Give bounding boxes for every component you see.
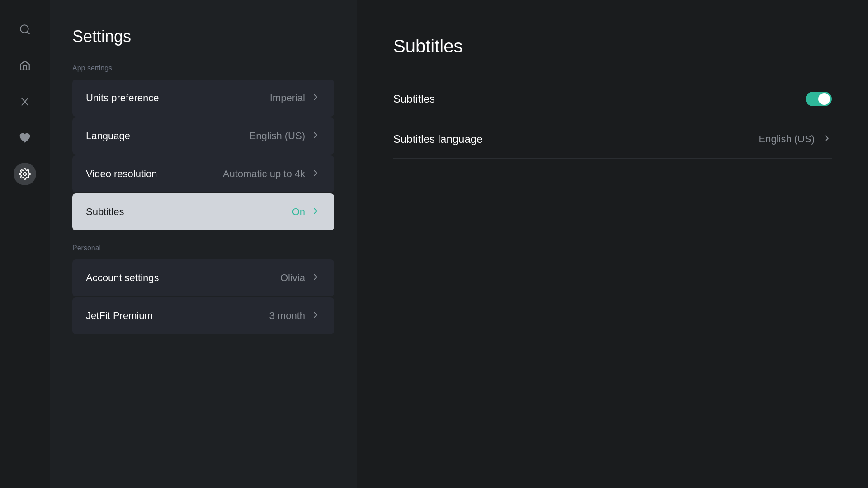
chevron-right-icon-account	[311, 272, 321, 284]
left-panel: Settings App settings Units preference I…	[50, 0, 357, 488]
settings-item-video-resolution[interactable]: Video resolution Automatic up to 4k	[72, 155, 334, 192]
page-title: Settings	[72, 27, 334, 46]
sidebar-item-settings[interactable]	[14, 163, 36, 185]
item-label-account: Account settings	[86, 272, 159, 284]
chevron-right-icon-premium	[311, 310, 321, 322]
right-right-subtitles	[806, 92, 832, 106]
right-right-subtitles-language: English (US)	[759, 133, 832, 145]
item-right-units: Imperial	[270, 92, 321, 104]
right-label-subtitles: Subtitles	[393, 93, 435, 105]
item-right-premium: 3 month	[269, 310, 321, 322]
right-value-subtitles-language: English (US)	[759, 133, 815, 145]
chevron-right-icon-subtitles-language	[822, 133, 832, 145]
svg-point-4	[24, 173, 27, 176]
settings-item-language[interactable]: Language English (US)	[72, 117, 334, 155]
sidebar-item-favorites[interactable]	[14, 127, 36, 149]
chevron-right-icon-video-resolution	[311, 168, 321, 180]
item-label-premium: JetFit Premium	[86, 310, 153, 322]
item-label-language: Language	[86, 130, 130, 142]
item-label-video-resolution: Video resolution	[86, 168, 157, 180]
item-value-language: English (US)	[250, 130, 305, 142]
sidebar-item-search[interactable]	[14, 18, 36, 41]
personal-settings-list: Account settings Olivia JetFit Premium 3…	[72, 259, 334, 334]
right-settings-list: Subtitles Subtitles language English (US…	[393, 79, 832, 159]
app-settings-list: Units preference Imperial Language Engli…	[72, 80, 334, 230]
item-right-video-resolution: Automatic up to 4k	[223, 168, 321, 180]
right-item-subtitles-language[interactable]: Subtitles language English (US)	[393, 120, 832, 159]
settings-item-units[interactable]: Units preference Imperial	[72, 80, 334, 117]
item-label-subtitles: Subtitles	[86, 206, 124, 218]
chevron-right-icon-subtitles	[311, 206, 321, 218]
subtitles-toggle[interactable]	[806, 92, 832, 106]
right-panel-title: Subtitles	[393, 36, 832, 56]
sidebar-item-home[interactable]	[14, 54, 36, 77]
right-label-subtitles-language: Subtitles language	[393, 133, 482, 145]
item-value-units: Imperial	[270, 92, 305, 104]
right-item-subtitles[interactable]: Subtitles	[393, 79, 832, 119]
item-right-subtitles: On	[292, 206, 321, 218]
item-right-account: Olivia	[280, 272, 321, 284]
item-value-video-resolution: Automatic up to 4k	[223, 168, 305, 180]
svg-line-1	[27, 32, 29, 34]
item-value-account: Olivia	[280, 272, 305, 284]
right-panel: Subtitles Subtitles Subtitles language E…	[357, 0, 868, 488]
chevron-right-icon-units	[311, 92, 321, 104]
item-value-premium: 3 month	[269, 310, 306, 322]
settings-item-account[interactable]: Account settings Olivia	[72, 259, 334, 296]
item-label-units: Units preference	[86, 92, 159, 104]
chevron-right-icon-language	[311, 130, 321, 142]
item-right-language: English (US)	[250, 130, 321, 142]
item-value-subtitles: On	[292, 206, 305, 218]
section-label-personal: Personal	[72, 244, 334, 252]
settings-item-premium[interactable]: JetFit Premium 3 month	[72, 297, 334, 334]
toggle-knob	[818, 93, 830, 105]
sidebar	[0, 0, 50, 488]
section-label-app: App settings	[72, 64, 334, 72]
settings-item-subtitles[interactable]: Subtitles On	[72, 193, 334, 230]
sidebar-item-workout[interactable]	[14, 90, 36, 113]
